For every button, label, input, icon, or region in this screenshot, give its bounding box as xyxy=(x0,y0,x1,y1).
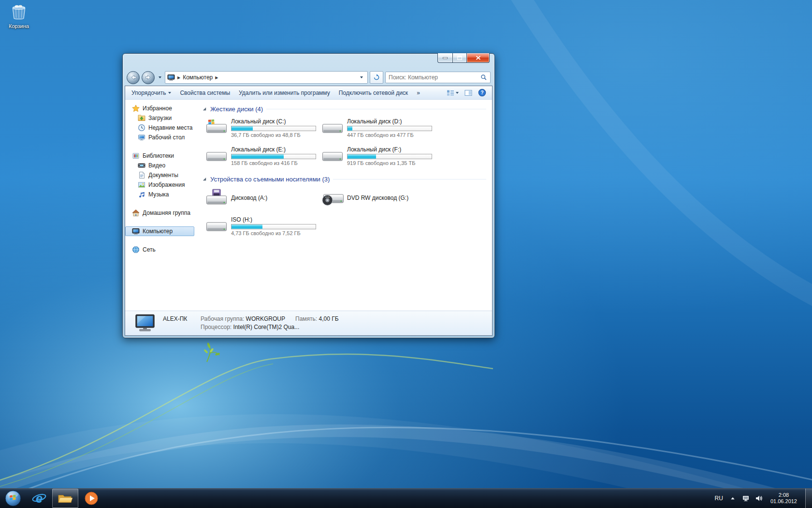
recycle-bin-icon xyxy=(10,3,28,20)
drive-free-space: 447 ГБ свободно из 477 ГБ xyxy=(347,132,432,138)
search-box[interactable]: Поиск: Компьютер xyxy=(385,72,491,83)
sidebar-item-desktop[interactable]: Рабочий стол xyxy=(125,133,196,142)
sidebar-item-favorites[interactable]: Избранное xyxy=(125,104,196,113)
change-view-button[interactable] xyxy=(445,88,461,98)
refresh-button[interactable] xyxy=(370,71,383,84)
drive-a[interactable]: Дисковод (A:) xyxy=(205,185,321,211)
sidebar-label-recent-places: Недавние места xyxy=(148,124,192,131)
sidebar-item-music[interactable]: Музыка xyxy=(125,190,196,199)
maximize-icon xyxy=(457,56,462,60)
sidebar-item-homegroup[interactable]: Домашняя группа xyxy=(125,208,196,218)
drive-d[interactable]: Локальный диск (D:) 447 ГБ свободно из 4… xyxy=(321,115,437,141)
video-icon xyxy=(138,162,145,169)
breadcrumb-separator[interactable]: ▶ xyxy=(177,75,180,80)
recent-places-icon xyxy=(138,124,145,132)
clock-date: 01.06.2012 xyxy=(770,498,797,505)
collapse-icon[interactable] xyxy=(203,107,207,111)
uninstall-program-button[interactable]: Удалить или изменить программу xyxy=(234,86,334,99)
memory-label: Память: xyxy=(295,315,317,322)
volume-tray-icon[interactable] xyxy=(754,493,763,504)
recent-pages-dropdown[interactable] xyxy=(157,72,163,84)
minimize-button[interactable] xyxy=(437,53,453,63)
start-button[interactable] xyxy=(0,489,26,508)
network-icon xyxy=(742,494,750,502)
capacity-bar-fill xyxy=(232,224,262,229)
capacity-bar xyxy=(231,126,316,131)
group-header-removable[interactable]: Устройства со съемными носителями (3) xyxy=(203,176,486,183)
chevron-down-icon xyxy=(360,76,363,78)
drive-name: Локальный диск (D:) xyxy=(347,118,432,125)
navigation-bar: ▶ Компьютер ▶ Поиск: Компьютер xyxy=(125,69,493,86)
documents-icon xyxy=(138,171,145,179)
map-network-drive-label: Подключить сетевой диск xyxy=(339,90,408,96)
speaker-icon xyxy=(755,494,763,502)
sidebar-item-downloads[interactable]: Загрузки xyxy=(125,113,196,123)
map-network-drive-button[interactable]: Подключить сетевой диск xyxy=(334,86,412,99)
hard-disks-grid: Локальный диск (C:) 36,7 ГБ свободно из … xyxy=(205,115,486,169)
drive-e[interactable]: Локальный диск (E:) 158 ГБ свободно из 4… xyxy=(205,143,321,169)
collapse-icon[interactable] xyxy=(203,177,207,181)
workgroup-label: Рабочая группа: xyxy=(201,315,244,322)
preview-pane-button[interactable] xyxy=(463,88,474,98)
address-bar[interactable]: ▶ Компьютер ▶ xyxy=(165,71,368,84)
explorer-window: ▶ Компьютер ▶ Поиск: Компьютер Упорядочи… xyxy=(122,53,495,338)
drive-g[interactable]: DVD RW дисковод (G:) xyxy=(321,185,437,211)
system-properties-button[interactable]: Свойства системы xyxy=(175,86,234,99)
group-title: Жесткие диски (4) xyxy=(210,105,263,113)
capacity-bar xyxy=(231,224,316,229)
organize-button[interactable]: Упорядочить xyxy=(127,86,175,99)
drive-f[interactable]: Локальный диск (F:) 919 ГБ свободно из 1… xyxy=(321,143,437,169)
processor-label: Процессор: xyxy=(201,324,232,330)
capacity-bar-fill xyxy=(348,126,352,131)
recycle-bin[interactable]: Корзина xyxy=(4,3,34,29)
maximize-button[interactable] xyxy=(453,53,467,63)
close-button[interactable] xyxy=(467,53,490,63)
sidebar-item-network[interactable]: Сеть xyxy=(125,245,196,254)
forward-button[interactable] xyxy=(142,71,155,84)
sidebar-item-libraries[interactable]: Библиотеки xyxy=(125,151,196,161)
taskbar-clock[interactable]: 2:08 01.06.2012 xyxy=(768,492,800,505)
sidebar-label-network: Сеть xyxy=(143,246,156,253)
help-button[interactable]: ? xyxy=(476,88,488,98)
address-dropdown-button[interactable] xyxy=(358,76,365,78)
taskbar-app-explorer[interactable] xyxy=(52,489,78,508)
language-indicator[interactable]: RU xyxy=(714,495,724,502)
details-pane: ALEX-ПК Рабочая группа: WORKGROUP Память… xyxy=(125,311,492,335)
group-header-hard-disks[interactable]: Жесткие диски (4) xyxy=(203,105,486,113)
minimize-icon xyxy=(443,57,448,59)
computer-icon xyxy=(167,74,175,81)
breadcrumb-computer[interactable]: Компьютер xyxy=(183,74,213,81)
sidebar-label-documents: Документы xyxy=(148,172,178,179)
sidebar-item-computer[interactable]: Компьютер xyxy=(125,226,194,236)
group-rule xyxy=(266,109,486,109)
sidebar-item-pictures[interactable]: Изображения xyxy=(125,180,196,190)
sidebar-item-video[interactable]: Видео xyxy=(125,161,196,170)
search-icon[interactable] xyxy=(480,74,487,81)
drive-name: Дисковод (A:) xyxy=(231,194,267,201)
back-button[interactable] xyxy=(127,71,140,84)
drive-name: DVD RW дисковод (G:) xyxy=(347,194,408,201)
music-icon xyxy=(138,191,145,198)
search-placeholder: Поиск: Компьютер xyxy=(389,74,438,81)
capacity-bar xyxy=(347,126,432,131)
sidebar-item-recent-places[interactable]: Недавние места xyxy=(125,123,196,133)
up-arrow-icon xyxy=(730,495,736,501)
breadcrumb-separator[interactable]: ▶ xyxy=(215,75,218,80)
show-desktop-button[interactable] xyxy=(805,489,812,508)
group-rule xyxy=(333,179,486,179)
show-hidden-icons-button[interactable] xyxy=(728,493,737,504)
hard-drive-icon xyxy=(321,147,344,165)
chevron-down-icon xyxy=(456,92,459,94)
drive-h[interactable]: ISO (H:) 4,73 ГБ свободно из 7,52 ГБ xyxy=(205,213,321,239)
taskbar-app-media-player[interactable] xyxy=(78,489,104,508)
drive-c[interactable]: Локальный диск (C:) 36,7 ГБ свободно из … xyxy=(205,115,321,141)
desktop-icon-glyph xyxy=(138,134,145,141)
sidebar-label-libraries: Библиотеки xyxy=(143,152,174,159)
sidebar-item-documents[interactable]: Документы xyxy=(125,170,196,180)
toolbar-overflow-button[interactable]: » xyxy=(412,86,424,99)
network-tray-icon[interactable] xyxy=(741,493,750,504)
taskbar-app-internet-explorer[interactable]: e xyxy=(26,489,52,508)
drive-name: Локальный диск (E:) xyxy=(231,146,316,153)
chevron-down-icon xyxy=(168,92,171,94)
svg-text:e: e xyxy=(36,492,43,505)
